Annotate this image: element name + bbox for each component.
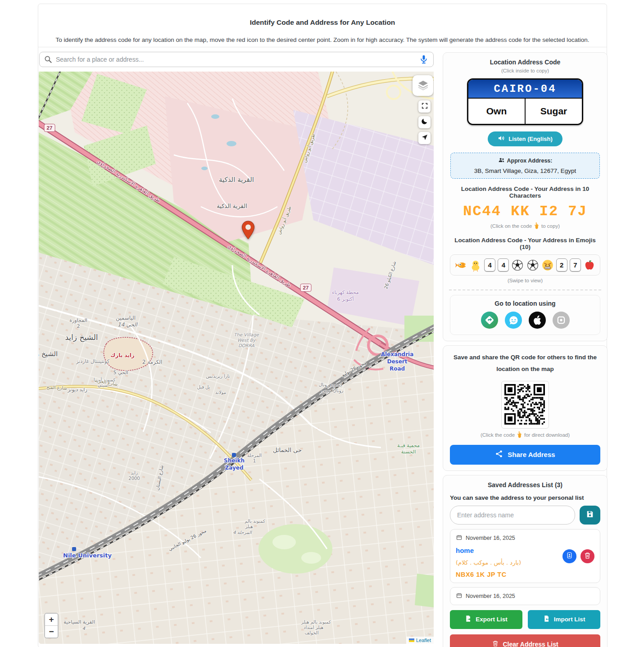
map-tiles <box>39 72 434 644</box>
entry-name[interactable]: home <box>456 547 521 554</box>
dark-mode-control[interactable] <box>418 116 431 128</box>
file-import-icon <box>543 615 550 624</box>
navigation-arrow-icon <box>421 134 428 143</box>
calendar-icon <box>456 592 463 600</box>
apple-maps-button[interactable] <box>529 312 546 329</box>
saved-panel: Saved Addresses List (3) You can save th… <box>443 475 608 647</box>
address-code-10[interactable]: NC44 KK I2 7J <box>450 203 600 220</box>
plate-word-1: Own <box>468 99 525 124</box>
goto-section: Go to location using <box>450 295 600 335</box>
code-panel-title: Location Address Code <box>450 59 600 66</box>
pointing-finger-icon <box>534 222 540 230</box>
moon-icon <box>421 118 428 127</box>
export-label: Export List <box>476 616 508 623</box>
emoji-digit-4: 4 <box>498 258 509 271</box>
search-input[interactable] <box>39 52 434 67</box>
google-maps-button[interactable] <box>481 312 498 329</box>
apple-icon <box>529 323 546 330</box>
code10-copy-hint: (Click on the code to copy) <box>450 222 600 230</box>
waze-button[interactable] <box>505 312 522 329</box>
emoji-digit-4: 4 <box>484 258 495 271</box>
approx-address-title: Approx Address: <box>507 158 553 164</box>
qr-download-hint: (Click the code for direct download) <box>450 431 600 439</box>
plate-word-2: Sugar <box>525 99 582 124</box>
map-marker[interactable] <box>241 221 255 240</box>
trash-icon <box>584 552 591 561</box>
saved-address-card: November 16, 2025 <box>450 587 600 605</box>
emoji-fish-icon <box>454 259 467 271</box>
search-icon <box>44 55 53 64</box>
search-bar <box>39 52 434 67</box>
qr-panel: Save and share the QR code for others to… <box>443 345 608 471</box>
saved-subtitle: You can save the address to your persona… <box>450 494 600 501</box>
listen-label: Listen (English) <box>508 136 553 142</box>
plate-copy-hint: (Click inside to copy) <box>450 68 600 73</box>
main-frame: Identify Code and Address for Any Locati… <box>38 4 607 647</box>
clear-address-list-button[interactable]: Clear Address List <box>450 634 600 647</box>
plate-city-code: CAIRO-04 <box>468 80 582 99</box>
emoji-soccer-icon <box>511 259 524 271</box>
emoji-swipe-hint: (Swipe to view) <box>450 278 600 283</box>
zoom-in-button[interactable]: + <box>45 614 58 626</box>
other-app-button[interactable] <box>553 312 570 329</box>
pointing-finger-icon <box>517 431 522 439</box>
qr-title: Save and share the QR code for others to… <box>450 352 600 376</box>
leaflet-link[interactable]: Leaflet <box>416 638 431 643</box>
emoji-apple-icon <box>583 259 596 271</box>
page: Identify Code and Address for Any Locati… <box>0 0 644 647</box>
entry-delete-button[interactable] <box>581 549 594 563</box>
import-label: Import List <box>554 616 585 623</box>
listen-button[interactable]: Listen (English) <box>488 131 562 146</box>
address-name-input[interactable] <box>450 506 575 525</box>
save-address-button[interactable] <box>580 506 600 525</box>
fullscreen-icon <box>421 102 428 111</box>
file-export-icon <box>465 615 472 624</box>
layers-icon <box>417 79 429 93</box>
goto-title: Go to location using <box>450 300 600 307</box>
trash-icon <box>492 640 499 647</box>
speaker-icon <box>498 135 505 143</box>
code10-title: Location Address Code - Your Address in … <box>450 186 600 199</box>
floppy-icon <box>585 510 594 520</box>
entry-date: November 16, 2025 <box>456 534 594 542</box>
approx-address-value: 3B, Smart Village, Giza, 12677, Egypt <box>454 167 596 174</box>
people-icon <box>498 157 505 164</box>
emoji-chick-icon <box>469 259 482 271</box>
saved-title: Saved Addresses List (3) <box>450 481 600 489</box>
share-address-button[interactable]: Share Address <box>450 445 600 465</box>
page-subtitle: To identify the address code for any loc… <box>38 36 607 43</box>
waze-icon <box>505 323 522 330</box>
emoji-digit-7: 7 <box>570 258 581 271</box>
fullscreen-control[interactable] <box>418 100 431 113</box>
sidebar: Location Address Code (Click inside to c… <box>443 52 608 647</box>
import-list-button[interactable]: Import List <box>528 610 600 629</box>
microphone-icon[interactable] <box>419 54 428 64</box>
qr-code[interactable] <box>501 381 549 429</box>
zoom-out-button[interactable]: − <box>45 626 58 638</box>
google-maps-icon <box>481 323 498 330</box>
page-title: Identify Code and Address for Any Locati… <box>38 18 607 27</box>
calendar-icon <box>456 534 463 542</box>
saved-address-card: November 16, 2025home(بارد . بأس . موكب … <box>450 529 600 583</box>
approx-address-box: Approx Address: 3B, Smart Village, Giza,… <box>450 153 600 179</box>
map-attribution: Leaflet <box>406 637 434 644</box>
layers-control[interactable] <box>413 75 433 96</box>
entry-code[interactable]: NBX6 1K JP TC <box>456 571 521 578</box>
emoji-address-strip[interactable]: 4427 <box>450 254 600 276</box>
zoom-control: + − <box>44 613 59 638</box>
code-panel: Location Address Code (Click inside to c… <box>443 52 608 341</box>
saved-addresses-list: November 16, 2025home(بارد . بأس . موكب … <box>450 529 600 605</box>
export-list-button[interactable]: Export List <box>450 610 522 629</box>
entry-words-arabic: (بارد . بأس . موكب . كلام) <box>456 559 521 566</box>
emoji-digit-2: 2 <box>556 258 567 271</box>
entry-view-button[interactable] <box>562 549 576 563</box>
map-canvas[interactable]: القرية الذكيةالقرية الذكيةمحطة كهرباء6 أ… <box>39 72 434 644</box>
emoji-angry-icon <box>541 259 554 271</box>
other-app-icon <box>553 323 570 330</box>
entry-date: November 16, 2025 <box>456 592 594 600</box>
address-code-plate[interactable]: CAIRO-04 Own Sugar <box>467 78 583 125</box>
locate-control[interactable] <box>418 132 431 144</box>
share-label: Share Address <box>508 451 555 458</box>
share-icon <box>495 450 503 459</box>
divider <box>38 47 607 47</box>
